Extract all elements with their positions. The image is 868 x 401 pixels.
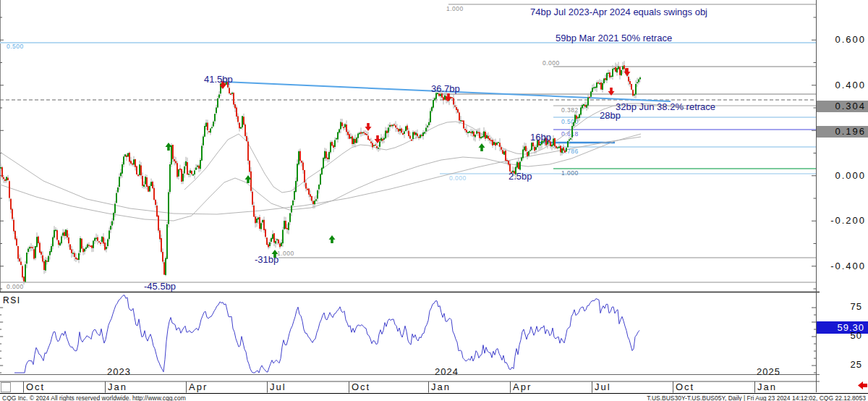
price-axis-label: 0.304: [818, 101, 866, 111]
rsi-axis-label: 25: [830, 360, 862, 370]
panel-frame: [0, 0, 820, 392]
chart-canvas[interactable]: 1.0000.5000.0000.3820.5000.6180.7861.000…: [0, 0, 868, 401]
status-bar: CQG Inc. © 2024 All rights reserved worl…: [0, 393, 868, 401]
fib-level-label: 0.500: [561, 118, 579, 125]
month-axis-label[interactable]: Jan: [108, 382, 127, 392]
annotation-label: 2.5bp: [509, 172, 532, 182]
month-axis-label[interactable]: Jul: [595, 382, 611, 392]
rsi-panel-title: RSI: [3, 296, 21, 305]
price-axis-label: 0.400: [818, 80, 866, 90]
annotation-label: 32bp Jun 38.2% retrace: [616, 102, 715, 112]
fib-level-label: 0.382: [561, 106, 579, 114]
candle-wicks: [1, 61, 640, 284]
month-axis-label[interactable]: Apr: [513, 382, 532, 392]
annotation-label: -45.5bp: [144, 282, 176, 292]
rsi-line: [14, 295, 639, 373]
copyright-text: CQG Inc. © 2024 All rights reserved worl…: [2, 394, 186, 401]
sell-arrow-icon: [624, 68, 631, 76]
month-axis-label[interactable]: Jul: [270, 382, 286, 392]
annotation-label: 59bp Mar 2021 50% retrace: [556, 33, 672, 43]
annotation-label: 36.7bp: [431, 84, 460, 94]
buy-arrow-icon: [329, 235, 336, 243]
price-axis-label: 0.600: [818, 35, 866, 45]
rsi-axis-label: 75: [830, 302, 862, 312]
symbol-status-text: T.US.BUS30Y-T.US.BUS05Y, Daily | Fri Aug…: [647, 394, 866, 401]
price-axis-label: 0.000: [818, 171, 866, 181]
annotation-label: 74bp Jul 2023-Apr 2024 equals swings obj: [530, 7, 707, 17]
year-axis-label: 2023: [107, 367, 131, 377]
scroll-left-arrow-icon[interactable]: [858, 381, 867, 389]
fib-level-label: 0.500: [7, 43, 24, 50]
price-axis-label: -0.200: [818, 216, 866, 226]
month-axis-label[interactable]: Oct: [352, 382, 370, 392]
month-axis-label[interactable]: Jan: [757, 382, 777, 392]
month-axis-label[interactable]: Jan: [431, 382, 451, 392]
year-axis-label: 2025: [757, 367, 780, 377]
corner-resize-box[interactable]: [1, 383, 11, 392]
month-axis-label[interactable]: Oct: [26, 382, 45, 392]
fib-level-label: 1.000: [277, 250, 294, 257]
fib-level-label: 0.000: [542, 59, 560, 67]
cqg-chart-window: 1.0000.5000.0000.3820.5000.6180.7861.000…: [0, 0, 868, 401]
annotation-label: 16bp: [530, 132, 551, 143]
fib-level-label: 0.618: [561, 130, 579, 138]
annotation-label: 41.5bp: [204, 75, 233, 85]
candlestick-series: [0, 61, 641, 284]
month-axis-label[interactable]: Apr: [189, 382, 208, 392]
price-axis-label: 0.196: [818, 127, 866, 137]
rsi-axis-label: 50: [830, 331, 862, 341]
sell-arrow-icon: [365, 123, 372, 131]
fib-level-label: 1.000: [446, 5, 464, 12]
price-axis-label: -0.400: [818, 261, 866, 271]
fib-and-level-lines: [0, 4, 816, 282]
month-axis-label[interactable]: Oct: [676, 382, 694, 392]
year-axis-label: 2024: [435, 367, 459, 377]
axis-ticks: [0, 17, 816, 393]
fib-level-label: 0.000: [7, 283, 24, 290]
fib-level-label: 1.000: [561, 169, 579, 177]
annotation-label: 28bp: [600, 111, 621, 121]
buy-arrow-icon: [479, 143, 485, 151]
fib-level-label: 0.000: [449, 174, 467, 182]
annotation-label: -31bp: [255, 255, 278, 265]
